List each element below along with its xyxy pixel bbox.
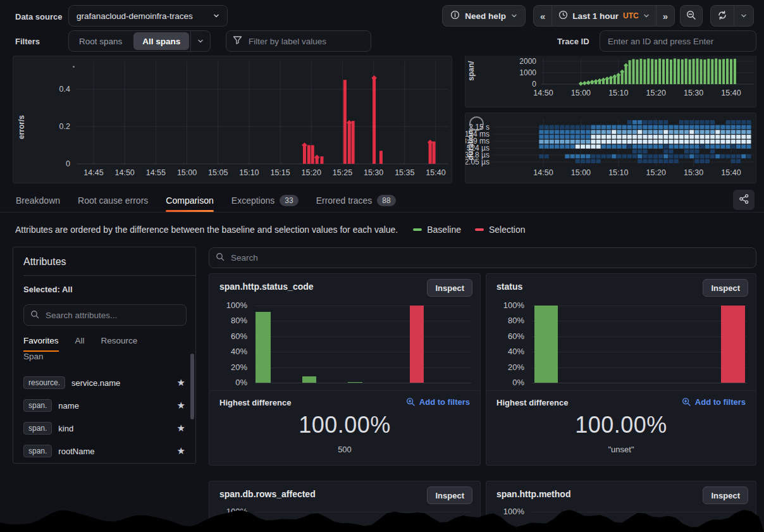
heatmap-cell [726, 154, 730, 158]
heatmap-cell [581, 159, 585, 163]
heatmap-cell [555, 125, 559, 129]
add-to-filters-link[interactable]: Add to filters [682, 397, 746, 407]
attribute-item-name[interactable]: span.name★ [23, 394, 185, 417]
attribute-item-rootName[interactable]: span.rootName★ [23, 440, 185, 462]
attributes-subtab-all[interactable]: All [75, 336, 85, 350]
x-tick-label: 15:10 [608, 168, 628, 177]
share-button[interactable] [733, 190, 755, 210]
tab-errored-traces[interactable]: Errored traces88 [316, 189, 396, 212]
selection-bar [721, 306, 745, 383]
need-help-button[interactable]: Need help [442, 5, 526, 27]
plot-area[interactable] [540, 57, 754, 84]
attributes-search-input[interactable] [44, 310, 180, 321]
highest-difference-value: 100.00% [486, 412, 756, 438]
heatmap-cell [601, 140, 606, 144]
heatmap-cell [679, 130, 684, 133]
span-bar [643, 59, 646, 84]
heatmap-cell [586, 154, 590, 158]
data-source-select[interactable]: grafanacloud-demoinfra-traces [68, 5, 228, 27]
heatmap-cell [570, 130, 575, 133]
y-tick-label: 40% [496, 347, 524, 356]
attribute-item-rootServiceName[interactable]: span.rootServiceName★ [23, 462, 185, 464]
heatmap-cell [658, 135, 663, 139]
legend-item-selection[interactable]: Selection [475, 225, 526, 235]
heatmap-cell [638, 130, 642, 133]
label-filter-input[interactable] [247, 36, 364, 47]
star-icon[interactable]: ★ [177, 400, 185, 411]
tab-exceptions[interactable]: Exceptions33 [231, 189, 299, 212]
heatmap-cell [648, 140, 653, 144]
star-icon[interactable]: ★ [177, 445, 185, 457]
error-bar [343, 80, 347, 164]
plot-area[interactable] [75, 60, 450, 164]
span-bar [651, 59, 653, 84]
star-icon[interactable]: ★ [177, 377, 185, 388]
heatmap-cell [627, 135, 632, 139]
heatmap-cell [689, 140, 694, 144]
span-rate-panel[interactable]: 14:5015:0015:1015:2015:3015:40010002000s… [465, 56, 756, 108]
heatmap-cell [663, 149, 668, 153]
heatmap-cell [720, 125, 725, 129]
inspect-button[interactable]: Inspect [703, 486, 748, 504]
refresh-button[interactable] [711, 6, 734, 26]
attributes-selected-label: Selected: All [23, 285, 185, 294]
x-tick-label: 14:55 [146, 168, 166, 177]
heatmap-cell [555, 145, 559, 149]
heatmap-cell [663, 159, 668, 163]
heatmap-cell [622, 140, 627, 144]
legend: BaselineSelection [413, 225, 525, 235]
heatmap-cell [684, 145, 689, 149]
time-range-forward-button[interactable]: » [656, 6, 674, 26]
heatmap-cell [668, 145, 673, 149]
attributes-title: Attributes [23, 256, 185, 268]
trace-id-input[interactable] [607, 36, 749, 47]
errors-rate-panel[interactable]: 14:4514:5014:5515:0015:0515:1015:1515:20… [13, 56, 452, 183]
root-spans-option[interactable]: Root spans [70, 32, 131, 50]
all-spans-option[interactable]: All spans [133, 32, 189, 50]
heatmap-cell [617, 140, 621, 144]
tab-breakdown[interactable]: Breakdown [16, 189, 60, 212]
heatmap-cell [550, 140, 554, 144]
x-tick-label: 15:15 [270, 168, 290, 177]
heatmap-cell [643, 125, 647, 129]
attributes-subtab-favorites[interactable]: Favorites [23, 336, 59, 352]
scrollbar-thumb[interactable] [190, 354, 194, 419]
heatmap-cell [622, 135, 627, 139]
heatmap-cell [684, 120, 689, 124]
refresh-interval-dropdown[interactable] [734, 6, 753, 26]
attribute-item-kind[interactable]: span.kind★ [23, 417, 185, 440]
y-tick-label: 20% [219, 362, 247, 372]
legend-item-baseline[interactable]: Baseline [413, 225, 461, 235]
scope-dropdown-button[interactable] [190, 31, 210, 51]
inspect-button[interactable]: Inspect [427, 486, 472, 504]
time-range-back-button[interactable]: « [534, 6, 551, 26]
heatmap-cell [596, 135, 601, 139]
star-icon[interactable]: ★ [177, 423, 185, 434]
heatmap-cell [694, 140, 699, 144]
zoom-out-button[interactable] [680, 5, 703, 27]
heatmap-cell [653, 140, 658, 144]
span-bar [639, 59, 642, 84]
heatmap-cell [689, 130, 694, 133]
attribute-scope-chip: resource. [23, 376, 65, 389]
search-icon [30, 310, 39, 321]
main-search-input[interactable] [230, 252, 749, 263]
x-tick-label: 15:40 [426, 168, 445, 177]
heatmap-cell [689, 154, 694, 158]
y-tick-label: 0% [219, 378, 247, 387]
heatmap-cell [668, 159, 673, 163]
heatmap-cell [663, 145, 668, 149]
attributes-subtab-span[interactable]: Span [23, 352, 44, 366]
duration-heatmap-panel[interactable]: 14:5015:0015:1015:2015:3015:402.15 s134 … [465, 113, 756, 183]
time-range-picker[interactable]: Last 1 hour UTC [551, 6, 655, 26]
heatmap-cell [545, 135, 549, 139]
tab-root-cause-errors[interactable]: Root cause errors [78, 189, 148, 212]
attributes-subtab-resource[interactable]: Resource [101, 336, 138, 350]
heatmap-cell [710, 135, 715, 139]
add-to-filters-link[interactable]: Add to filters [406, 397, 470, 407]
tab-label: Root cause errors [78, 195, 148, 206]
attribute-item-service.name[interactable]: resource.service.name★ [23, 371, 185, 394]
tab-comparison[interactable]: Comparison [166, 189, 213, 212]
span-scope-toggle: Root spans All spans [68, 30, 211, 52]
main-search-wrap [209, 247, 756, 268]
